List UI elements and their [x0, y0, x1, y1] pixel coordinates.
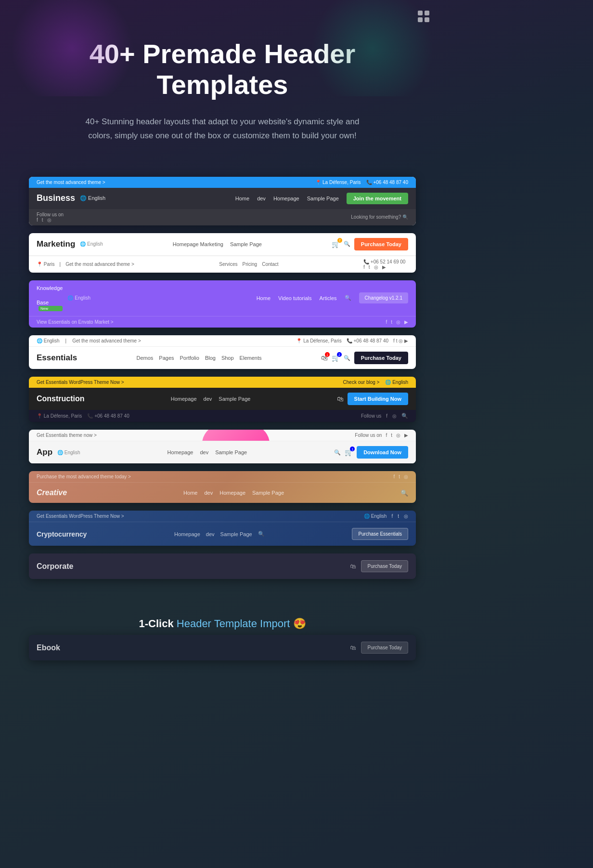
svg-rect-2 — [418, 17, 423, 22]
knowledge-social: f t ◎ ▶ — [386, 319, 408, 325]
creative-logo: Creative — [37, 488, 67, 497]
knowledge-nav: Knowledge Base New 🌐 English Home Video … — [29, 280, 416, 316]
crypto-nav: Cryptocurrency Homepage dev Sample Page … — [29, 522, 416, 546]
construction-search-icon[interactable]: 🔍 — [401, 413, 408, 419]
marketing-lang: 🌐 English — [80, 241, 103, 247]
corporate-cta-button[interactable]: Purchase Today — [361, 560, 408, 572]
top-logo-icon — [417, 10, 430, 26]
crypto-cta-button[interactable]: Purchase Essentials — [352, 528, 408, 540]
ig-icon: ◎ — [374, 264, 378, 270]
marketing-cta-button[interactable]: Purchase Today — [354, 238, 408, 250]
creative-nav: Creative Home dev Homepage Sample Page 🔍 — [29, 483, 416, 503]
knowledge-lang: 🌐 English — [67, 295, 90, 301]
corporate-nav: Corporate 🛍 Purchase Today — [29, 553, 416, 579]
marketing-right: 🛒 2 🔍 Purchase Today — [332, 238, 408, 250]
creative-template: Purchase the most advanced theme today >… — [29, 471, 416, 503]
marketing-nav-links: Homepage Marketing Sample Page — [173, 241, 262, 247]
tw6-icon: t — [398, 513, 399, 519]
app-cart-icon: 🛒 1 — [345, 448, 353, 456]
app-search-icon[interactable]: 🔍 — [334, 449, 341, 456]
extra-templates: Ebook 🛍 Purchase Today — [0, 635, 445, 689]
app-topbar: Get Essentials theme now > Follow us on … — [29, 430, 416, 441]
fb-icon: f — [363, 264, 365, 270]
yt2-icon: ▶ — [404, 319, 408, 325]
marketing-template: Marketing 🌐 English Homepage Marketing S… — [29, 233, 416, 273]
essentials-topbar: 🌐 English | Get the most advanced theme … — [29, 335, 416, 347]
marketing-logo: Marketing — [37, 239, 75, 249]
construction-topbar: Get Essentials WordPress Theme Now > Che… — [29, 377, 416, 388]
business-cta-button[interactable]: Join the movement — [347, 193, 408, 204]
twitter-icon: t — [42, 217, 43, 223]
knowledge-template: Knowledge Base New 🌐 English Home Video … — [29, 280, 416, 328]
knowledge-nav-links: Home Video tutorials Articles 🔍 Changelo… — [257, 292, 408, 303]
svg-rect-3 — [425, 17, 429, 22]
creative-nav-links: Home dev Homepage Sample Page — [183, 490, 284, 496]
ebook-template: Ebook 🛍 Purchase Today — [29, 635, 416, 660]
cart-icon: 🛒 2 — [332, 240, 340, 248]
crypto-search-icon[interactable]: 🔍 — [258, 531, 265, 537]
corporate-bag-icon: 🛍 — [350, 563, 356, 570]
construction-nav-links: Homepage dev Sample Page — [171, 396, 251, 402]
corporate-template: Corporate 🛍 Purchase Today — [29, 553, 416, 579]
fb4-icon: f — [386, 433, 387, 438]
business-search: Looking for something? 🔍 — [351, 214, 408, 220]
ig6-icon: ◎ — [404, 513, 408, 519]
construction-bottom: 📍 La Défense, Paris 📞 +06 48 48 87 40 Fo… — [29, 410, 416, 422]
facebook-icon: f — [37, 217, 38, 223]
ig3-icon: ◎ — [392, 413, 397, 419]
construction-cta-button[interactable]: Start Building Now — [348, 393, 408, 405]
business-topbar: Get the most advanced theme > 📍 La Défen… — [29, 177, 416, 188]
ig2-icon: ◎ — [396, 319, 400, 325]
business-template: Get the most advanced theme > 📍 La Défen… — [29, 177, 416, 225]
ebook-logo: Ebook — [37, 644, 60, 652]
bottom-cta-bold: 1-Click — [139, 618, 174, 630]
bottom-cta: 1-Click Header Template Import 😍 — [0, 608, 445, 635]
app-template: Get Essentials theme now > Follow us on … — [29, 430, 416, 463]
essentials-nav-links: Demos Pages Portfolio Blog Shop Elements — [136, 355, 261, 361]
construction-bag-icon: 🛍 — [337, 395, 344, 403]
knowledge-bottom-link: View Essentials on Envato Market > — [37, 319, 114, 325]
instagram-icon: ◎ — [47, 217, 52, 223]
knowledge-badge: New — [39, 306, 63, 312]
fb2-icon: f — [386, 319, 387, 325]
bottom-cta-emoji: 😍 — [293, 618, 306, 630]
essentials-search-icon[interactable]: 🔍 — [344, 355, 350, 361]
crypto-nav-links: Homepage dev Sample Page 🔍 — [174, 531, 265, 537]
construction-nav: Construction Homepage dev Sample Page 🛍 … — [29, 388, 416, 410]
yt-icon: ▶ — [382, 264, 386, 270]
hero-description: 40+ Stunning header layouts that adapt t… — [78, 115, 367, 143]
business-logo: Business — [37, 193, 75, 203]
hero-title: 40+ Premade Header Templates — [39, 39, 406, 101]
ebook-nav: Ebook 🛍 Purchase Today — [29, 635, 416, 660]
tw4-icon: t — [391, 433, 392, 438]
business-topbar-right: 📍 La Défense, Paris 📞 +06 48 48 87 40 — [315, 180, 408, 185]
fb3-icon: f — [386, 413, 387, 419]
essentials-template: 🌐 English | Get the most advanced theme … — [29, 335, 416, 369]
app-logo: App — [37, 447, 52, 457]
tw5-icon: t — [399, 474, 400, 479]
business-topbar-left: Get the most advanced theme > — [37, 180, 105, 185]
ebook-cta-button[interactable]: Purchase Today — [361, 642, 408, 654]
corporate-logo: Corporate — [37, 562, 73, 571]
app-lang: 🌐 English — [57, 450, 80, 455]
essentials-bag-icon: 🛍 1 — [321, 354, 328, 362]
marketing-nav: Marketing 🌐 English Homepage Marketing S… — [29, 233, 416, 256]
fb6-icon: f — [391, 513, 393, 519]
search-icon[interactable]: 🔍 — [344, 241, 350, 247]
knowledge-logo: Knowledge Base New — [37, 285, 63, 312]
app-nav-links: Homepage dev Sample Page — [168, 449, 247, 455]
app-cta-button[interactable]: Download Now — [357, 446, 408, 459]
creative-search-icon[interactable]: 🔍 — [400, 489, 408, 497]
essentials-cta-button[interactable]: Purchase Today — [354, 352, 408, 364]
marketing-bottom-links: Services Pricing Contact — [219, 262, 278, 267]
knowledge-bottom: View Essentials on Envato Market > f t ◎… — [29, 316, 416, 328]
knowledge-search-icon[interactable]: 🔍 — [345, 295, 351, 301]
yt4-icon: ▶ — [404, 433, 408, 438]
app-blob — [202, 430, 270, 441]
marketing-bottom: 📍 Paris | Get the most advanced theme > … — [29, 256, 416, 273]
tw2-icon: t — [391, 319, 392, 325]
cart-badge: 2 — [337, 238, 342, 243]
templates-container: Get the most advanced theme > 📍 La Défen… — [0, 162, 445, 608]
construction-template: Get Essentials WordPress Theme Now > Che… — [29, 377, 416, 422]
knowledge-cta-button[interactable]: Changelog v1.2.1 — [359, 292, 408, 303]
